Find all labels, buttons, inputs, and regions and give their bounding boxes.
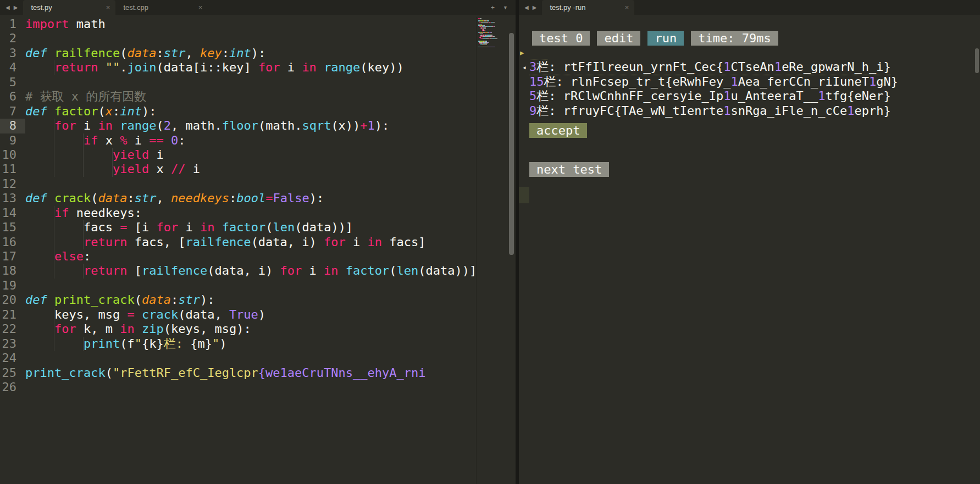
code-area[interactable]: 1import math23def railfence(data:str, ke… bbox=[0, 17, 476, 394]
minimap-segment bbox=[486, 41, 487, 41]
code-token: math bbox=[69, 17, 105, 31]
code-editor[interactable]: 1import math23def railfence(data:str, ke… bbox=[0, 15, 516, 484]
code-token: (data, i) bbox=[251, 235, 324, 249]
nav-back-icon[interactable]: ◀ bbox=[5, 4, 10, 10]
code-line: 24 bbox=[0, 351, 476, 365]
tabbar-actions: + ▼ bbox=[483, 0, 516, 15]
code-token: ): bbox=[200, 293, 215, 307]
minimap[interactable] bbox=[476, 17, 507, 484]
code-token: i bbox=[280, 60, 302, 74]
minimap-segment bbox=[489, 20, 489, 21]
minimap-line bbox=[478, 44, 507, 45]
code-token: int bbox=[229, 46, 251, 60]
code-token bbox=[339, 264, 346, 277]
code-line: 2 bbox=[0, 31, 476, 46]
code-token: str bbox=[178, 293, 200, 307]
code-line: 26 bbox=[0, 380, 476, 394]
code-text: yield x // i bbox=[25, 162, 200, 176]
code-token: x bbox=[98, 133, 120, 147]
minimap-segment bbox=[483, 29, 484, 30]
line-number: 15 bbox=[0, 220, 25, 235]
code-token: " bbox=[212, 337, 219, 351]
output-token: 5 bbox=[529, 89, 536, 103]
minimap-segment bbox=[491, 32, 492, 33]
output-token: CTseAn bbox=[730, 60, 774, 74]
tab-test-py[interactable]: test.py × bbox=[23, 0, 115, 15]
line-number: 19 bbox=[0, 279, 25, 293]
code-token: ( bbox=[98, 104, 105, 118]
minimap-segment bbox=[495, 38, 497, 39]
next-test-button[interactable]: next test bbox=[529, 162, 609, 177]
code-text: else: bbox=[25, 249, 91, 264]
code-token: ) bbox=[258, 308, 265, 321]
nav-forward-icon[interactable]: ▶ bbox=[533, 4, 537, 10]
output-line: 15栏: rlnFcsep_tr_t{eRwhFey_1Aea_ferCCn_r… bbox=[529, 75, 980, 90]
code-token: print_crack bbox=[25, 366, 106, 380]
code-token: {k} bbox=[142, 337, 164, 351]
run-button[interactable]: run bbox=[647, 31, 684, 46]
close-icon[interactable]: × bbox=[621, 3, 629, 12]
minimap-line bbox=[478, 32, 507, 33]
code-text: if x % i == 0: bbox=[25, 133, 185, 148]
code-token: len bbox=[273, 220, 295, 234]
tab-test-py-run[interactable]: test.py -run × bbox=[542, 0, 634, 15]
code-token: i bbox=[149, 148, 164, 162]
code-token: i bbox=[76, 119, 98, 132]
nav-forward-icon[interactable]: ▶ bbox=[14, 4, 18, 10]
minimap-line bbox=[478, 47, 507, 47]
nav-back-icon[interactable]: ◀ bbox=[524, 4, 529, 10]
code-text: return facs, [railfence(data, i) for i i… bbox=[25, 235, 426, 249]
output-token: 栏: rtFfIlreeun_yrnFt_Cec{ bbox=[536, 60, 723, 74]
code-token: len bbox=[397, 264, 419, 277]
code-text: def factor(x:int): bbox=[25, 104, 156, 119]
code-token: return bbox=[84, 264, 127, 277]
indent-guide bbox=[25, 119, 54, 133]
code-token: for bbox=[156, 220, 178, 234]
code-token: ( bbox=[265, 220, 273, 234]
code-token: data bbox=[142, 293, 171, 307]
code-token bbox=[135, 308, 142, 321]
vertical-scrollbar[interactable] bbox=[975, 48, 979, 73]
output-text: 3栏: rtFfIlreeun_yrnFt_Cec{1CTseAn1eRe_gp… bbox=[529, 60, 891, 75]
vertical-scrollbar[interactable] bbox=[509, 33, 514, 255]
tab-nav: ◀ ▶ bbox=[519, 0, 542, 15]
code-token: 栏: bbox=[164, 337, 191, 351]
code-line: 12 bbox=[0, 177, 476, 191]
close-icon[interactable]: × bbox=[102, 3, 110, 12]
minimap-segment bbox=[480, 37, 481, 38]
output-token: 1 bbox=[869, 75, 876, 88]
minimap-line bbox=[478, 35, 507, 35]
line-number: 6 bbox=[0, 90, 25, 104]
code-token: crack bbox=[54, 191, 91, 205]
minimap-line bbox=[478, 38, 507, 39]
new-tab-icon[interactable]: + bbox=[491, 4, 495, 12]
code-token: facs] bbox=[382, 235, 425, 249]
tab-label: test.cpp bbox=[123, 3, 193, 12]
line-number: 12 bbox=[0, 177, 25, 191]
minimap-line bbox=[478, 43, 507, 44]
tab-test-cpp[interactable]: test.cpp × bbox=[115, 0, 208, 15]
minimap-line bbox=[478, 18, 507, 19]
line-number: 22 bbox=[0, 322, 25, 336]
code-text: yield i bbox=[25, 148, 164, 162]
code-text: for i in range(2, math.floor(math.sqrt(x… bbox=[25, 119, 389, 133]
code-token: + bbox=[360, 119, 367, 132]
test-index-button[interactable]: test 0 bbox=[532, 31, 590, 46]
close-icon[interactable]: × bbox=[194, 3, 203, 12]
code-token: factor bbox=[346, 264, 389, 277]
code-token: ( bbox=[389, 264, 396, 277]
line-number: 3 bbox=[0, 46, 25, 60]
code-token: return bbox=[54, 60, 98, 74]
edit-button[interactable]: edit bbox=[597, 31, 640, 46]
minimap-line bbox=[478, 26, 507, 27]
code-token: import bbox=[25, 17, 69, 31]
output-token: snRga_iFle_n_cCe bbox=[730, 104, 847, 118]
line-number: 16 bbox=[0, 235, 25, 249]
code-line: 18return [railfence(data, i) for i in fa… bbox=[0, 264, 476, 278]
line-number: 25 bbox=[0, 366, 25, 380]
tab-list-icon[interactable]: ▼ bbox=[503, 5, 508, 10]
code-token: range bbox=[324, 60, 360, 74]
code-token bbox=[214, 220, 222, 234]
code-token: railfence bbox=[54, 46, 120, 60]
accept-button[interactable]: accept bbox=[529, 123, 587, 138]
